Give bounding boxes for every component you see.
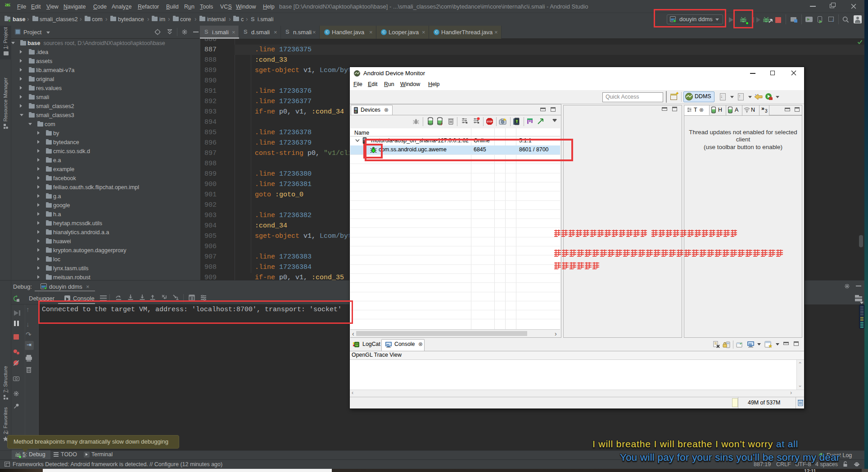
svg-text:STOP: STOP bbox=[487, 121, 493, 123]
svg-text:*: * bbox=[755, 94, 756, 97]
